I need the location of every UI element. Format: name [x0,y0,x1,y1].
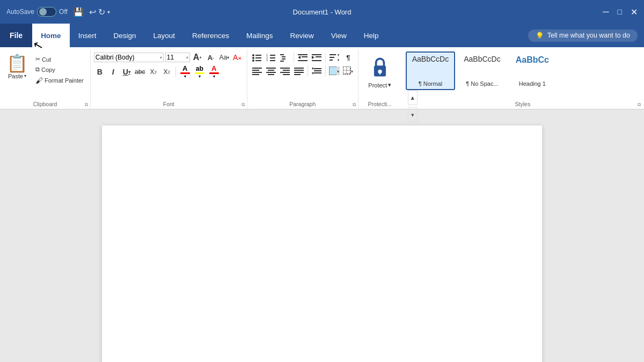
tell-me-input[interactable]: 💡 Tell me what you want to do [528,29,638,42]
svg-rect-26 [330,60,333,61]
styles-scroll-down[interactable]: ▾ [408,107,418,122]
menu-file[interactable]: File [0,24,32,47]
font-shrink-button[interactable]: A- [205,51,217,63]
font-size-select[interactable]: 11 ▾ [165,53,190,62]
text-color-arrow[interactable]: ▾ [184,74,186,79]
align-right-button[interactable] [279,65,291,77]
font-family-select[interactable]: Calibri (Body) ▾ [94,53,164,62]
menu-tab-view[interactable]: View [323,24,355,47]
svg-point-2 [252,57,254,59]
svg-rect-12 [280,54,284,55]
redo-icon[interactable]: ↻ [98,7,105,17]
autosave-toggle[interactable] [37,7,56,17]
borders-button[interactable]: ▾ [342,65,355,77]
autosave[interactable]: AutoSave Off [6,7,68,17]
lightbulb-icon: 💡 [536,32,544,40]
shading-button[interactable]: ▾ [328,65,341,77]
show-hide-button[interactable]: ¶ [342,51,355,63]
svg-rect-18 [302,56,308,57]
svg-rect-9 [270,57,275,58]
paste-icon: 📋 [6,55,28,72]
styles-expander[interactable]: ⧉ [638,102,641,108]
undo-icon[interactable]: ↩ [89,7,96,17]
svg-rect-46 [314,70,321,71]
svg-rect-50 [329,67,338,75]
svg-rect-37 [280,68,290,69]
svg-rect-7 [270,55,275,56]
cursor-area: 📋 Paste ▾ ↖ ✂ Cut [4,53,86,86]
font-row1: Calibri (Body) ▾ 11 ▾ A+ A- Aa▾ A✕ [94,51,244,63]
superscript-button[interactable]: X2 [161,66,173,78]
change-case-button[interactable]: Aa▾ [218,51,230,63]
format-painter-icon: 🖌 [35,76,43,85]
menu-tab-layout[interactable]: Layout [144,24,184,47]
underline-button[interactable]: U▾ [121,66,133,78]
paragraph-group-expander[interactable]: ⧉ [353,102,356,108]
multilevel-list-button[interactable] [279,51,291,63]
italic-button[interactable]: I [107,66,119,78]
menu-tab-home[interactable]: Home [32,24,70,47]
close-icon[interactable]: ✕ [631,7,638,17]
strikethrough-button[interactable]: abc [134,66,146,78]
document-area [0,109,644,362]
svg-rect-24 [330,54,336,55]
sort-button[interactable] [328,51,341,63]
highlight-arrow[interactable]: ▾ [199,74,201,79]
menu-tab-insert[interactable]: Insert [70,24,105,47]
protect-label[interactable]: Protect ▾ [368,82,391,88]
paste-dropdown-arrow[interactable]: ▾ [24,73,26,78]
font-color-button2[interactable]: A ▾ [208,65,221,79]
justify-button[interactable] [292,65,305,77]
style-heading1[interactable]: AaBbCc Heading 1 [509,51,555,90]
styles-items: AaBbCcDc ¶ Normal AaBbCcDc ¶ No Spac... … [406,51,640,90]
quick-access-dropdown[interactable]: ▾ [107,9,110,15]
menu-tab-review[interactable]: Review [282,24,323,47]
svg-rect-20 [312,54,321,55]
protect-text: Protect [368,82,387,88]
style-no-spacing[interactable]: AaBbCcDc ¶ No Spac... [457,51,507,90]
autosave-label: AutoSave [6,8,34,16]
text-color-button[interactable]: A ▾ [179,65,192,79]
align-center-button[interactable] [265,65,277,77]
font-group-expander[interactable]: ⧉ [241,102,245,108]
clipboard-top: 📋 Paste ▾ ↖ ✂ Cut [4,53,86,86]
align-left-button[interactable] [251,65,264,77]
clear-formatting-button[interactable]: A✕ [232,51,244,63]
svg-rect-42 [294,70,304,71]
numbering-button[interactable]: 1.2.3. [265,51,277,63]
svg-text:▾: ▾ [351,69,353,74]
styles-scroll-up[interactable]: ▲ [408,90,418,105]
subscript-button[interactable]: X2 [148,66,159,78]
font-grow-button[interactable]: A+ [192,51,203,63]
protect-button[interactable]: Protect ▾ [368,51,391,88]
svg-rect-32 [252,74,259,75]
autosave-knob [39,8,47,16]
bullets-button[interactable] [251,51,264,63]
decrease-indent-button[interactable] [296,51,309,63]
increase-indent-button[interactable] [310,51,323,63]
cut-button[interactable]: ✂ Cut [33,55,86,64]
menu-tab-help[interactable]: Help [355,24,387,47]
paste-button[interactable]: 📋 Paste ▾ [4,53,30,82]
save-icon[interactable]: 💾 [73,7,84,17]
svg-text:▾: ▾ [337,69,339,74]
format-painter-button[interactable]: 🖌 Format Painter [33,75,86,86]
svg-point-4 [252,60,254,62]
protect-arrow: ▾ [388,82,391,88]
maximize-icon[interactable]: □ [618,8,622,16]
document-page[interactable] [102,125,542,362]
style-normal[interactable]: AaBbCcDc ¶ Normal [406,51,455,90]
minimize-icon[interactable]: ─ [603,7,609,17]
bold-button[interactable]: B [94,66,106,78]
style-normal-preview: AaBbCcDc [412,55,449,64]
clipboard-expander[interactable]: ⧉ [85,102,88,108]
para-divider1 [294,52,294,63]
line-spacing-button[interactable] [310,65,323,77]
highlight-button[interactable]: ab ▾ [193,65,206,79]
menu-tab-design[interactable]: Design [105,24,144,47]
copy-button[interactable]: ⧉ Copy [33,65,86,74]
menu-tab-references[interactable]: References [184,24,238,47]
font-color-arrow2[interactable]: ▾ [213,74,215,79]
svg-marker-27 [338,54,339,56]
menu-tab-mailings[interactable]: Mailings [238,24,282,47]
